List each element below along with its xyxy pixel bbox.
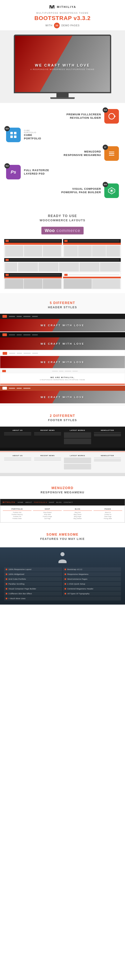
feature-psd-title: FULL RASTERIZE LAYERED PSD bbox=[24, 169, 49, 176]
feature-portfolio-text: CUBEPORTFOLIO CUBE PORTFOLIO bbox=[24, 129, 41, 140]
monitor-base bbox=[50, 97, 75, 99]
svg-marker-2 bbox=[114, 115, 116, 118]
footer-light-newsletter-input[interactable] bbox=[94, 459, 121, 461]
mm-col-2-title: SHOP bbox=[33, 508, 62, 511]
feature-megamenu-icon-wrap: $7 bbox=[104, 146, 119, 161]
mm-col-4-item-2[interactable]: Contact Us bbox=[93, 514, 122, 515]
mm-col-1-item-4[interactable]: Portfolio Slider bbox=[3, 518, 32, 519]
footer-col-3-title: LATEST WORKS bbox=[64, 430, 91, 431]
footer-light-col-4: NEWSLETTER bbox=[94, 455, 121, 470]
fl-icon-6 bbox=[6, 583, 7, 585]
mm-link-home[interactable]: HOME bbox=[18, 501, 23, 503]
fl-text-9: Centered Megamenu Header bbox=[67, 588, 93, 590]
footer-style-1: ABOUT US RECENT NEWS LATEST WORKS NEWSLE… bbox=[0, 426, 125, 451]
mm-col-2-item-3[interactable]: Product Single bbox=[33, 516, 62, 517]
footer-styles-section: 2 DIFFERENT FOOTER STYLES ABOUT US RECEN… bbox=[0, 406, 125, 478]
mm-col-2-item-2[interactable]: Shop Wide bbox=[33, 514, 62, 515]
header5-craft-text: WE CRAFT WITH LOVE bbox=[40, 396, 85, 399]
footer-col-2-title: RECENT NEWS bbox=[34, 430, 61, 431]
features-list-grid: 100% Responsive Layout Bootstrap v3.3.2 … bbox=[4, 567, 121, 601]
mm-col-1-item-3[interactable]: Portfolio Full bbox=[3, 516, 32, 517]
megamenu-head: MENUZORD RESPONSIVE MEGAMENU bbox=[0, 482, 125, 499]
footer-light-line3 bbox=[4, 460, 31, 461]
monitor-stand bbox=[56, 93, 69, 97]
footer-newsletter-input[interactable] bbox=[94, 433, 121, 436]
mm-col-1-item-2[interactable]: Portfolio Masonry bbox=[3, 514, 32, 515]
mm-dropdown-col-1: PORTFOLIO Portfolio Grid Portfolio Mason… bbox=[3, 508, 32, 520]
fl-text-1: Bootstrap v3.3.2 bbox=[67, 568, 82, 570]
svg-rect-6 bbox=[14, 135, 16, 138]
mm-link-portfolio[interactable]: PORTFOLIO ▾ bbox=[34, 501, 47, 503]
fl-icon-2 bbox=[6, 573, 7, 575]
fl-text-11: All Types Of Typography bbox=[67, 593, 90, 595]
megamenu-title-line1: MENUZORD bbox=[4, 486, 121, 490]
megamenu-dropdown: PORTFOLIO Portfolio Grid Portfolio Mason… bbox=[0, 506, 125, 522]
mm-col-3-item-4[interactable]: Blog Sidebar bbox=[63, 518, 92, 519]
fl-text-2: 100% Widgetized bbox=[8, 573, 24, 575]
header-style-2: WE CRAFT WITH LOVE bbox=[0, 332, 125, 350]
brand-logo-icon bbox=[49, 4, 55, 10]
mm-col-4-item-1[interactable]: About Us bbox=[93, 512, 122, 513]
theme-type: MULTIPURPOSE WORDPRESS THEME bbox=[4, 12, 121, 14]
footer-light-bottom bbox=[0, 473, 125, 476]
footer-col-1: ABOUT US bbox=[4, 430, 31, 445]
feature-megamenu-price: $7 bbox=[103, 145, 108, 150]
footer-dark-bottom bbox=[0, 448, 125, 451]
hero-section: WE CRAFT WITH LOVE A RESPONSIVE WORDPRES… bbox=[0, 30, 125, 103]
mm-link-shop[interactable]: SHOP bbox=[49, 501, 54, 503]
feature-megamenu-title: MENUZORD RESPONSIVE MEGAMENU bbox=[64, 150, 101, 157]
mm-col-3-item-3[interactable]: Blog Single bbox=[63, 516, 92, 517]
mm-col-1-title: PORTFOLIO bbox=[3, 508, 32, 511]
feature-portfolio-label: CUBEPORTFOLIO bbox=[24, 129, 41, 134]
feature-megamenu-text: MENUZORD RESPONSIVE MEGAMENU bbox=[64, 150, 101, 157]
footer-light-col-2: RECENT NEWS bbox=[34, 455, 61, 470]
bootstrap-version: BOOTSTRAP v3.3.2 bbox=[4, 15, 121, 21]
fl-item-10: 3 different Skin Bar Effect bbox=[4, 592, 62, 596]
footer-light-col2-line3 bbox=[34, 460, 61, 461]
footer-light-col-1: ABOUT US bbox=[4, 455, 31, 470]
footer-light-col4-line1 bbox=[94, 458, 121, 458]
mm-link-blog[interactable]: BLOG bbox=[56, 501, 62, 503]
footer-col-2: RECENT NEWS bbox=[34, 430, 61, 445]
mm-col-1-item-1[interactable]: Portfolio Grid bbox=[3, 512, 32, 513]
fl-item-4: Grid Cube Portfolio bbox=[4, 577, 62, 581]
mm-col-3-title: BLOG bbox=[63, 508, 92, 511]
fl-item-12: + Much More Uses bbox=[4, 597, 121, 601]
mm-col-2-item-4[interactable]: Cart Page bbox=[33, 518, 62, 519]
feature-psd-price: $12 bbox=[5, 163, 10, 169]
woo-title-line2: WOOCOMMERCE LAYOUTS bbox=[8, 219, 117, 222]
footer-styles-head: 2 DIFFERENT FOOTER STYLES bbox=[0, 410, 125, 426]
header-styles-title-1: 5 DIFFERENT bbox=[4, 301, 121, 305]
footer-col-1-line2 bbox=[4, 433, 31, 434]
fl-icon-0 bbox=[6, 569, 7, 570]
svg-rect-8 bbox=[109, 153, 114, 154]
feature-vc-icon-wrap: $33 bbox=[104, 183, 119, 198]
woo-screens-grid bbox=[4, 239, 121, 289]
we-are-title: WE ARE MITHILIYA, bbox=[3, 376, 122, 379]
megamenu-accent: MENUZORD bbox=[51, 486, 74, 490]
mm-col-4-item-4[interactable]: Pricing Table bbox=[93, 518, 122, 519]
mm-col-4-item-3[interactable]: Team Page bbox=[93, 516, 122, 517]
footer-style-2: ABOUT US RECENT NEWS LATEST WORKS NEWSLE… bbox=[0, 452, 125, 476]
fl-text-10: 3 different Skin Bar Effect bbox=[8, 593, 32, 595]
footer-col-4-title: NEWSLETTER bbox=[94, 430, 121, 431]
mm-link-about[interactable]: ABOUT bbox=[26, 501, 32, 503]
mm-link-contact[interactable]: CONTACT bbox=[64, 501, 73, 503]
fl-icon-10 bbox=[6, 593, 7, 595]
header2-craft-text: WE CRAFT WITH LOVE bbox=[40, 342, 85, 345]
monitor-screen: WE CRAFT WITH LOVE A RESPONSIVE WORDPRES… bbox=[15, 36, 110, 92]
mm-col-2-item-1[interactable]: Shop Default bbox=[33, 512, 62, 513]
mm-col-3-item-2[interactable]: Blog Classic bbox=[63, 514, 92, 515]
features-list-title-2: FEATURES YOU MAY LIKE bbox=[4, 537, 121, 541]
mm-col-3-item-1[interactable]: Blog Grid bbox=[63, 512, 92, 513]
header-style-1: WE CRAFT WITH LOVE bbox=[0, 314, 125, 331]
footer-light-col-3-title: LATEST WORKS bbox=[64, 455, 91, 457]
woo-logo-text: Woo bbox=[45, 228, 55, 233]
feature-layered-psd: $12 Ps FULL RASTERIZE LAYERED PSD bbox=[6, 165, 119, 180]
feature-psd-text: FULL RASTERIZE LAYERED PSD bbox=[24, 169, 49, 176]
fl-item-3: Responsive Megamenu bbox=[63, 572, 121, 576]
demo-info: WITH 30 DEMO PAGES bbox=[4, 23, 121, 28]
svg-rect-4 bbox=[14, 132, 16, 134]
fl-icon-9 bbox=[64, 588, 66, 590]
mm-dropdown-col-4: PAGES About Us Contact Us Team Page Pric… bbox=[93, 508, 122, 520]
